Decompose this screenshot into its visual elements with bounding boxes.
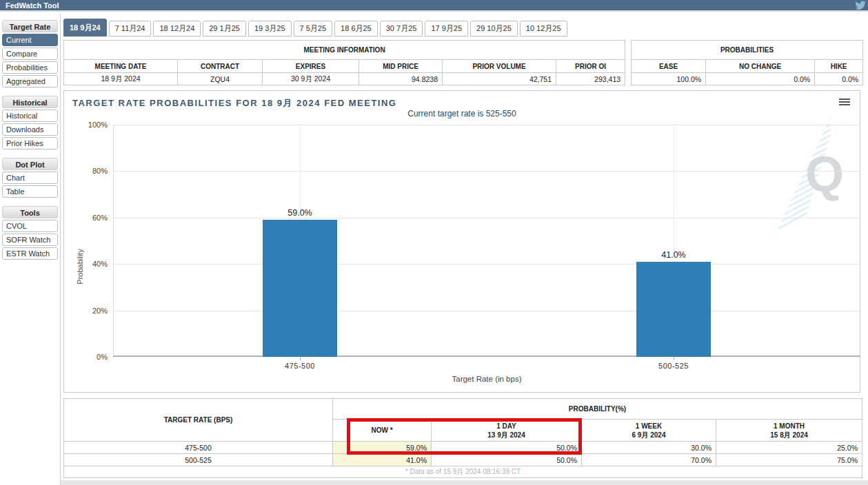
bar-value-label: 59.0%: [265, 208, 334, 218]
y-tick-label: 80%: [73, 167, 108, 175]
x-tick-mark: [674, 357, 674, 360]
bottom-strip: [61, 480, 868, 485]
bar-value-label: 41.0%: [639, 250, 708, 260]
sidebar: Target RateCurrentCompareProbabilitiesAg…: [0, 13, 61, 485]
probability-cell: 75.0%: [716, 454, 862, 466]
tab-18-12月24[interactable]: 18 12月24: [153, 21, 201, 37]
cell-value: 42,751: [443, 73, 556, 85]
gridline: [113, 264, 860, 265]
probability-bar-475-500[interactable]: [263, 220, 337, 357]
probability-cell: 50.0%: [432, 454, 582, 466]
cell-value: 293,413: [556, 73, 625, 85]
x-tick-label: 500-525: [632, 362, 715, 370]
probabilities-summary-table: PROBABILITIESEASENO CHANGEHIKE100.0%0.0%…: [631, 40, 863, 85]
table-caption: MEETING INFORMATION: [64, 41, 625, 60]
y-tick-label: 40%: [73, 260, 108, 268]
period-header-now: NOW *: [333, 420, 432, 442]
x-tick-mark: [300, 357, 301, 360]
probability-cell: 59.0%: [333, 442, 432, 454]
tab-19-3月25[interactable]: 19 3月25: [248, 21, 292, 37]
column-header: HIKE: [815, 60, 863, 73]
sidebar-item-current[interactable]: Current: [2, 34, 58, 46]
y-tick-label: 60%: [73, 214, 108, 222]
chart-panel: TARGET RATE PROBABILITIES FOR 18 9月 2024…: [63, 90, 860, 393]
sidebar-section-tools: Tools: [2, 206, 58, 218]
sidebar-section-historical: Historical: [2, 96, 58, 108]
target-rate-header: TARGET RATE (BPS): [64, 399, 333, 442]
probability-cell: 25.0%: [716, 442, 862, 454]
sidebar-item-compare[interactable]: Compare: [2, 48, 58, 60]
cell-value: 0.0%: [706, 73, 815, 85]
table-row: 500-52541.0%50.0%70.0%75.0%: [64, 454, 862, 466]
probability-cell: 70.0%: [582, 454, 716, 466]
period-header-1-month: 1 MONTH15 8月 2024: [716, 420, 862, 442]
cell-value: 94.8238: [359, 73, 443, 85]
sidebar-item-sofr-watch[interactable]: SOFR Watch: [2, 234, 58, 246]
column-header: PRIOR VOLUME: [443, 60, 556, 73]
probability-history-table: TARGET RATE (BPS)PROBABILITY(%)NOW *1 DA…: [63, 398, 862, 478]
quikstrike-watermark: Q: [772, 130, 848, 213]
period-header-1-week: 1 WEEK6 9月 2024: [582, 420, 716, 442]
sidebar-item-aggregated[interactable]: Aggregated: [2, 75, 58, 87]
meeting-information-table: MEETING INFORMATIONMEETING DATECONTRACTE…: [63, 40, 625, 85]
cell-value: ZQU4: [178, 73, 263, 85]
gridline: [113, 311, 860, 311]
sidebar-item-prior-hikes[interactable]: Prior Hikes: [2, 137, 58, 149]
column-header: EASE: [632, 60, 706, 73]
chart-subtitle: Current target rate is 525-550: [64, 109, 860, 118]
tab-10-12月25[interactable]: 10 12月25: [520, 21, 567, 37]
twitter-icon[interactable]: [855, 1, 866, 10]
sidebar-item-estr-watch[interactable]: ESTR Watch: [2, 247, 58, 260]
probability-cell: 41.0%: [333, 454, 432, 466]
data-as-of-footnote: * Data as of 15 9月 2024 08:16:39 CT: [64, 466, 862, 478]
chart-title: TARGET RATE PROBABILITIES FOR 18 9月 2024…: [72, 97, 396, 110]
watermark-q-letter: Q: [805, 149, 844, 199]
tab-17-9月25[interactable]: 17 9月25: [425, 21, 468, 37]
probability-group-header: PROBABILITY(%): [333, 399, 862, 420]
column-header: NO CHANGE: [706, 60, 815, 73]
x-tick-label: 475-500: [259, 362, 341, 370]
y-tick-label: 20%: [73, 307, 108, 315]
meeting-date-tabs: 18 9月247 11月2418 12月2429 1月2519 3月257 5月…: [63, 19, 567, 37]
sidebar-item-probabilities[interactable]: Probabilities: [2, 61, 58, 74]
gridline: [113, 125, 860, 125]
x-axis-label: Target Rate (in bps): [113, 375, 860, 383]
tab-18-9月24[interactable]: 18 9月24: [63, 19, 107, 37]
table-row: 475-50059.0%50.0%30.0%25.0%: [64, 442, 862, 454]
chart-menu-icon[interactable]: [839, 99, 850, 107]
tab-30-7月25[interactable]: 30 7月25: [380, 21, 423, 37]
target-rate-cell: 475-500: [64, 442, 333, 454]
probability-cell: 50.0%: [432, 442, 582, 454]
watermark-stripes: [776, 118, 830, 233]
table-caption: PROBABILITIES: [632, 41, 863, 60]
gridline: [113, 171, 860, 172]
app-title: FedWatch Tool: [6, 1, 59, 10]
cell-value: 18 9月 2024: [64, 73, 178, 85]
column-header: EXPIRES: [263, 60, 359, 73]
y-tick-label: 0%: [73, 353, 108, 361]
tab-29-10月25[interactable]: 29 10月25: [470, 21, 518, 37]
tab-29-1月25[interactable]: 29 1月25: [203, 21, 246, 37]
sidebar-item-historical[interactable]: Historical: [2, 110, 58, 122]
sidebar-item-downloads[interactable]: Downloads: [2, 123, 58, 136]
gridline: [113, 355, 860, 357]
probability-bar-500-525[interactable]: [636, 262, 711, 357]
period-header-1-day: 1 DAY13 9月 2024: [432, 420, 582, 442]
tab-7-11月24[interactable]: 7 11月24: [109, 21, 152, 37]
sidebar-section-dot-plot: Dot Plot: [2, 158, 58, 170]
probability-cell: 30.0%: [582, 442, 716, 454]
cell-value: 0.0%: [815, 73, 863, 85]
sidebar-item-table[interactable]: Table: [2, 185, 58, 198]
column-header: MID PRICE: [359, 60, 443, 73]
y-tick-label: 100%: [73, 121, 108, 129]
tab-7-5月25[interactable]: 7 5月25: [294, 21, 333, 37]
column-header: MEETING DATE: [64, 60, 178, 73]
plot-area: Q 0%20%40%60%80%100%59.0%475-50041.0%500…: [113, 125, 860, 357]
tab-18-6月25[interactable]: 18 6月25: [334, 21, 378, 37]
sidebar-section-target-rate: Target Rate: [2, 20, 58, 32]
info-row: MEETING INFORMATIONMEETING DATECONTRACTE…: [63, 40, 862, 85]
sidebar-item-chart[interactable]: Chart: [2, 172, 58, 184]
cell-value: 30 9月 2024: [263, 73, 359, 85]
sidebar-item-cvol[interactable]: CVOL: [2, 220, 58, 232]
target-rate-cell: 500-525: [64, 454, 333, 466]
